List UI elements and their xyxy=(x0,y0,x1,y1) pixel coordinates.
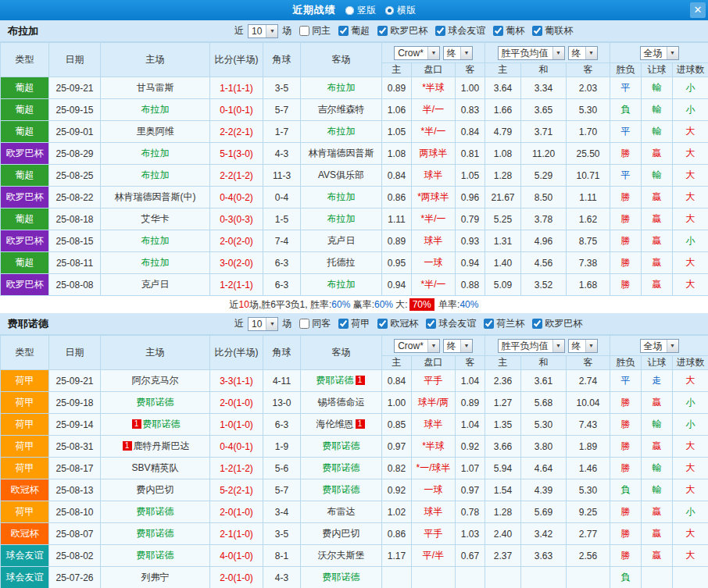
checkbox-input[interactable] xyxy=(299,319,309,329)
asian-away-odds-cell: 0.88 xyxy=(456,274,485,296)
odds-time-select[interactable]: 终▼ xyxy=(443,339,473,353)
team-name: 布拉加 xyxy=(8,24,38,38)
league-filter-checkbox[interactable]: 葡超 xyxy=(338,24,370,37)
goals-result-cell xyxy=(673,567,708,588)
odds-time-select[interactable]: 终▼ xyxy=(443,46,473,60)
wdl-away-cell: 2.77 xyxy=(567,523,610,545)
odds-company-select[interactable]: Crow*▼ xyxy=(394,46,440,60)
wdl-away-cell: 2.03 xyxy=(567,77,610,99)
checkbox-input[interactable] xyxy=(377,26,388,36)
match-row: 荷甲25-09-141费耶诺德1-0(1-0)6-3海伦维恩10.85球半1.0… xyxy=(1,414,708,436)
wdl-away-cell xyxy=(567,567,610,588)
checkbox-input[interactable] xyxy=(493,26,503,36)
asian-handicap-cell: *半/一 xyxy=(412,121,456,143)
handicap-result-cell: 輸 xyxy=(642,99,673,121)
scope-header: 全场▼ xyxy=(610,43,708,63)
team-name-text: 布拉加 xyxy=(327,126,356,137)
close-button[interactable]: ✕ xyxy=(690,2,706,18)
league-filter-checkbox[interactable]: 同客 xyxy=(299,317,331,330)
layout-option-vertical[interactable]: 竖版 xyxy=(345,4,376,17)
team-name-text: 锡塔德命运 xyxy=(318,397,365,408)
league-filter-checkbox[interactable]: 欧罗巴杯 xyxy=(532,317,582,330)
date-cell: 25-09-18 xyxy=(49,392,101,414)
checkbox-input[interactable] xyxy=(377,319,388,329)
checkbox-input[interactable] xyxy=(532,26,542,36)
league-filter-checkbox[interactable]: 球会友谊 xyxy=(426,317,476,330)
wdl-home-cell: 2.37 xyxy=(485,545,521,567)
league-filter-checkbox[interactable]: 荷甲 xyxy=(338,317,370,330)
odds-company-select[interactable]: Crow*▼ xyxy=(394,339,440,353)
match-row: 葡超25-09-15布拉加0-1(0-1)5-7吉尔维森特1.06半/一0.83… xyxy=(1,99,708,121)
summary-segment: 60% xyxy=(374,299,393,310)
league-filter-checkbox[interactable]: 荷兰杯 xyxy=(484,317,524,330)
home-team-cell: 1费耶诺德 xyxy=(101,414,210,436)
asian-home-odds-cell: 0.95 xyxy=(382,252,412,274)
score-cell: 2-0(1-0) xyxy=(210,392,263,414)
checkbox-input[interactable] xyxy=(532,319,542,329)
league-filter-checkbox[interactable]: 同主 xyxy=(299,24,331,37)
wdl-draw-cell: 4.39 xyxy=(521,479,567,501)
league-filter-checkbox[interactable]: 欧冠杯 xyxy=(377,317,418,330)
result-cell: 勝 xyxy=(610,458,642,479)
date-cell: 25-08-29 xyxy=(49,143,101,165)
league-filter-checkbox[interactable]: 欧罗巴杯 xyxy=(377,24,427,37)
scope-select[interactable]: 全场▼ xyxy=(640,339,679,353)
checkbox-input[interactable] xyxy=(338,26,349,36)
checkbox-input[interactable] xyxy=(435,26,445,36)
wdl-metric-select[interactable]: 胜平负均值▼ xyxy=(498,339,565,353)
wdl-away-cell: 9.25 xyxy=(567,501,610,523)
checkbox-input[interactable] xyxy=(338,319,349,329)
asian-home-odds-cell: 1.05 xyxy=(382,121,412,143)
league-badge: 葡超 xyxy=(1,252,48,273)
match-row: 荷甲25-08-10费耶诺德2-0(1-0)3-4布雷达1.02球半0.781.… xyxy=(1,501,708,523)
record-table: 类型 日期 主场 比分(半场) 角球 客场 Crow*▼终▼ 胜平负均值▼终▼ … xyxy=(0,335,708,588)
corner-cell: 4-3 xyxy=(263,567,301,588)
league-cell: 欧冠杯 xyxy=(1,479,49,501)
corner-cell: 1-5 xyxy=(263,208,301,230)
wdl-time-select[interactable]: 终▼ xyxy=(568,46,598,60)
team-name-text: 费耶诺德 xyxy=(323,572,360,583)
games-label: 场 xyxy=(282,317,291,330)
scope-select[interactable]: 全场▼ xyxy=(640,46,679,60)
date-cell: 25-07-26 xyxy=(49,567,101,588)
match-row: 荷甲25-08-17SBV精英队1-2(1-2)5-6费耶诺德0.82*一/球半… xyxy=(1,458,708,479)
team-name-text: 费内巴切 xyxy=(323,528,360,539)
away-team-cell: 克卢日 xyxy=(301,230,382,252)
score-cell: 5-2(2-1) xyxy=(210,479,263,501)
asian-home-odds-cell: 1.11 xyxy=(382,208,412,230)
checkbox-label: 欧罗巴杯 xyxy=(545,317,582,330)
checkbox-label: 荷兰杯 xyxy=(496,317,524,330)
checkbox-input[interactable] xyxy=(426,319,436,329)
match-row: 欧冠杯25-08-07费耶诺德2-1(1-0)3-5费内巴切0.86平手1.03… xyxy=(1,523,708,545)
checkbox-input[interactable] xyxy=(299,26,309,36)
chevron-down-icon: ▼ xyxy=(427,340,439,352)
date-cell: 25-08-07 xyxy=(49,523,101,545)
match-row: 欧冠杯25-08-13费内巴切5-2(2-1)5-7费耶诺德0.92一球0.97… xyxy=(1,479,708,501)
layout-option-horizontal[interactable]: 横版 xyxy=(385,4,416,17)
subcol-wdl-draw: 和 xyxy=(521,63,567,77)
result-cell: 平 xyxy=(610,370,642,392)
summary-segment: 大: xyxy=(393,299,408,310)
corner-cell: 7-4 xyxy=(263,230,301,252)
league-filter-checkbox[interactable]: 葡杯 xyxy=(493,24,524,37)
handicap-result-cell: 贏 xyxy=(642,187,673,208)
near-count-select[interactable]: 10▼ xyxy=(248,317,278,331)
checkbox-input[interactable] xyxy=(484,319,494,329)
asian-handicap-cell: 球半/两 xyxy=(412,392,456,414)
wdl-metric-select[interactable]: 胜平负均值▼ xyxy=(498,46,565,60)
goals-result-cell: 大 xyxy=(673,165,708,187)
near-count-select[interactable]: 10▼ xyxy=(248,24,278,38)
match-row: 荷甲25-09-18费耶诺德2-0(1-0)13-0锡塔德命运1.00球半/两0… xyxy=(1,392,708,414)
wdl-time-select[interactable]: 终▼ xyxy=(568,339,598,353)
league-filter-checkbox[interactable]: 球会友谊 xyxy=(435,24,485,37)
league-filter-checkbox[interactable]: 葡联杯 xyxy=(532,24,573,37)
asian-home-odds-cell: 1.17 xyxy=(382,545,412,567)
league-cell: 荷甲 xyxy=(1,458,49,479)
subcol-wdl-away: 客 xyxy=(567,63,610,77)
team-name-text: 克卢日 xyxy=(141,279,170,290)
result-cell: 平 xyxy=(610,121,642,143)
league-cell: 葡超 xyxy=(1,99,49,121)
match-row: 欧罗巴杯25-08-29布拉加5-1(3-0)4-3林肯瑞德因普斯1.08两球半… xyxy=(1,143,708,165)
league-badge: 荷甲 xyxy=(1,370,48,391)
chevron-down-icon: ▼ xyxy=(667,47,678,59)
